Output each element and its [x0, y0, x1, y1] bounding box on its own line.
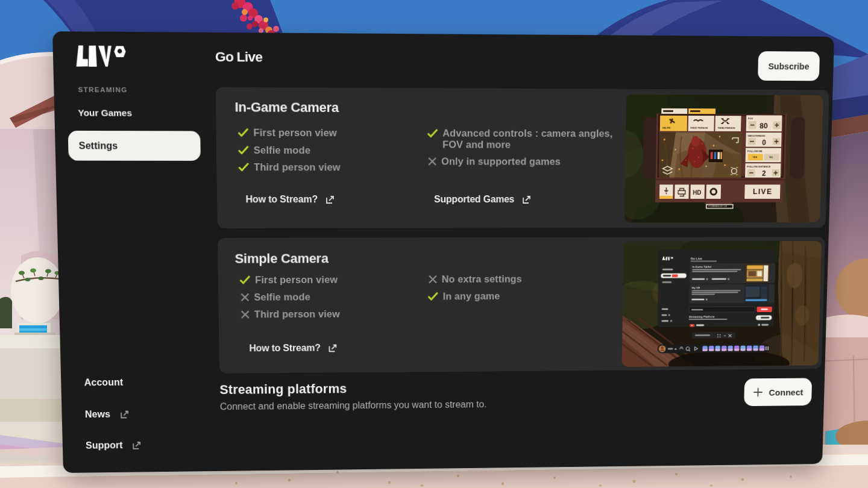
svg-text:FOLLOW ME: FOLLOW ME: [747, 150, 763, 153]
svg-text:0: 0: [762, 139, 766, 146]
svg-text:2: 2: [762, 169, 766, 177]
svg-text:Streaming Platform: Streaming Platform: [689, 316, 715, 319]
svg-text:SELFIE: SELFIE: [662, 127, 671, 130]
svg-text:FIRST PERSON: FIRST PERSON: [691, 127, 708, 130]
svg-text:LIVE: LIVE: [753, 187, 773, 196]
svg-text:SMOOTHNESS: SMOOTHNESS: [747, 134, 765, 137]
svg-text:THIRD PERSON: THIRD PERSON: [717, 127, 735, 130]
svg-text:POWERED BY LIV: POWERED BY LIV: [708, 205, 728, 208]
svg-text:+: +: [758, 316, 760, 320]
svg-text:NO: NO: [769, 156, 773, 159]
svg-text:In-Game Tablet: In-Game Tablet: [692, 266, 711, 269]
svg-text:FOV: FOV: [748, 117, 753, 120]
svg-text:FOLLOW DISTANCE: FOLLOW DISTANCE: [747, 165, 770, 168]
svg-text:My VR: My VR: [692, 287, 700, 290]
svg-text:Go Live: Go Live: [691, 257, 702, 260]
svg-text:80: 80: [760, 122, 768, 130]
svg-text:YES: YES: [752, 156, 757, 159]
svg-text:HD: HD: [693, 190, 702, 196]
